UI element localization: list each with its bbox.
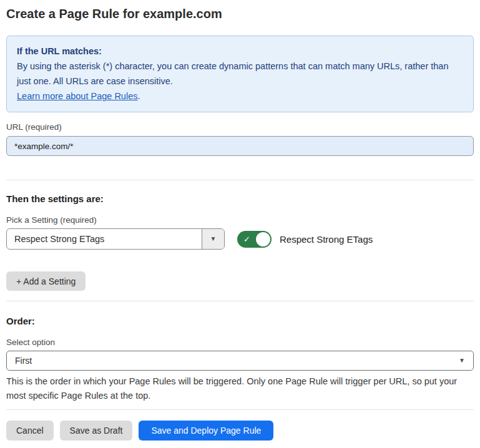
url-label: URL (required): [6, 122, 474, 133]
save-deploy-button[interactable]: Save and Deploy Page Rule: [139, 421, 273, 441]
page-title: Create a Page Rule for example.com: [6, 6, 474, 22]
info-box-body: By using the asterisk (*) character, you…: [17, 59, 463, 89]
save-draft-button[interactable]: Save as Draft: [60, 421, 133, 441]
section-divider: [6, 180, 474, 180]
toggle-knob: [256, 232, 270, 246]
url-match-info-box: If the URL matches: By using the asteris…: [6, 36, 474, 112]
section-divider: [6, 301, 474, 301]
chevron-down-icon: ▼: [210, 236, 217, 242]
cancel-button[interactable]: Cancel: [6, 421, 54, 441]
setting-select-arrow-button[interactable]: ▼: [202, 229, 224, 249]
settings-section-heading: Then the settings are:: [6, 192, 474, 205]
toggle-label: Respect Strong ETags: [280, 234, 373, 245]
order-select-value: First: [15, 356, 32, 366]
footer-divider: [6, 409, 474, 410]
order-select[interactable]: First ▼: [6, 351, 474, 371]
order-select-label: Select option: [6, 337, 474, 348]
info-box-heading: If the URL matches:: [17, 44, 463, 59]
setting-select[interactable]: Respect Strong ETags ▼: [6, 228, 225, 250]
info-box-link-line: Learn more about Page Rules.: [17, 89, 463, 104]
order-help-text: This is the order in which your Page Rul…: [6, 374, 471, 403]
learn-more-link-suffix: .: [137, 91, 140, 101]
add-setting-button[interactable]: + Add a Setting: [6, 271, 86, 291]
check-icon: ✓: [243, 235, 250, 243]
create-page-rule-form: Create a Page Rule for example.com If th…: [0, 6, 480, 441]
setting-picker-label: Pick a Setting (required): [6, 215, 474, 226]
learn-more-link[interactable]: Learn more about Page Rules: [17, 91, 137, 101]
chevron-down-icon: ▼: [459, 358, 465, 364]
order-section-heading: Order:: [6, 314, 474, 328]
url-input[interactable]: [6, 136, 474, 156]
setting-row: Respect Strong ETags ▼ ✓ Respect Strong …: [6, 228, 474, 250]
setting-select-value: Respect Strong ETags: [7, 229, 202, 249]
footer-actions: Cancel Save as Draft Save and Deploy Pag…: [6, 421, 474, 441]
etags-toggle[interactable]: ✓: [237, 231, 272, 248]
